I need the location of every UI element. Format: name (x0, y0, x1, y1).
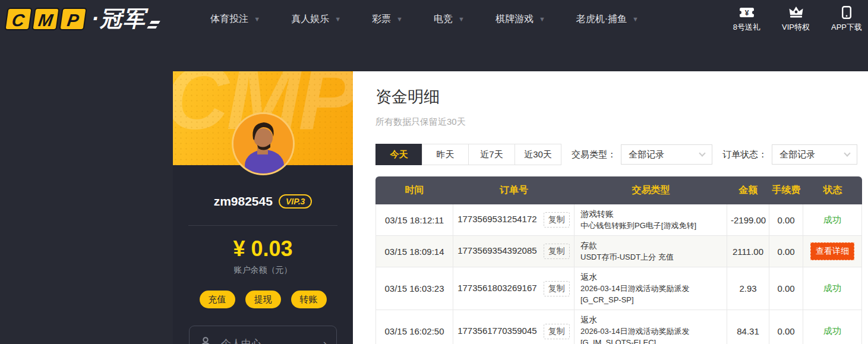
order-number: 1773561770359045 (457, 326, 536, 336)
page: C M P ·冠军 体育投注▼ 真人娱乐▼ 彩票▼ 电竞▼ 棋牌游戏▼ 老虎机·… (0, 0, 868, 344)
type-description: 2026-03-14日游戏活动奖励派发 [G_IM_SLOTS-ELEC] (580, 326, 721, 344)
cell-time: 03/15 16:03:23 (375, 267, 453, 310)
transactions-table-wrap: 时间 订单号 交易类型 金额 手续费 状态 03/15 18:12:11 177… (375, 176, 862, 344)
tab-last-7-days[interactable]: 近7天 (468, 144, 515, 165)
tab-last-30-days[interactable]: 近30天 (515, 144, 561, 165)
cell-type: 返水 2026-03-14日游戏活动奖励派发 [G_IM_SLOTS-ELEC] (575, 310, 727, 344)
main-menu: 体育投注▼ 真人娱乐▼ 彩票▼ 电竞▼ 棋牌游戏▼ 老虎机·捕鱼▼ (210, 13, 639, 26)
quick-links: ¥ 8号送礼 VIP特权 APP下载 (733, 6, 862, 33)
withdraw-button[interactable]: 提现 (245, 291, 281, 308)
wallet-actions: 充值 提现 转账 (173, 291, 353, 308)
order-status-label: 订单状态： (722, 149, 767, 160)
user-row: zm982545 VIP.3 (173, 194, 353, 209)
status-success: 成功 (823, 283, 841, 293)
logo-letter-tile: C (4, 8, 32, 30)
cell-order: 1773569354392085 复制 (453, 236, 575, 267)
menu-item-slots-fishing[interactable]: 老虎机·捕鱼▼ (576, 13, 639, 26)
view-detail-button[interactable]: 查看详细 (810, 242, 854, 260)
order-number: 1773569531254172 (457, 214, 536, 224)
type-description: 2026-03-14日游戏活动奖励派发[G_CR_SP-SP] (580, 283, 721, 305)
page-subtitle: 所有数据只保留近30天 (375, 116, 868, 128)
main-content: 资金明细 所有数据只保留近30天 今天 昨天 近7天 近30天 交易类型： 全部… (353, 71, 868, 344)
col-header-time: 时间 (375, 176, 453, 204)
account-balance: ¥ 0.03 (173, 236, 353, 261)
deposit-button[interactable]: 充值 (200, 291, 235, 308)
chevron-down-icon: ▼ (396, 15, 403, 23)
col-header-status: 状态 (803, 176, 862, 204)
chevron-down-icon: ▼ (539, 15, 545, 23)
selected-value: 全部记录 (779, 149, 815, 160)
chevron-down-icon (844, 150, 850, 156)
transactions-table: 时间 订单号 交易类型 金额 手续费 状态 03/15 18:12:11 177… (375, 176, 862, 344)
top-navigation: C M P ·冠军 体育投注▼ 真人娱乐▼ 彩票▼ 电竞▼ 棋牌游戏▼ 老虎机·… (0, 0, 868, 38)
logo-letter-tile: P (59, 8, 87, 30)
site-logo[interactable]: C M P ·冠军 (6, 4, 158, 34)
col-header-type: 交易类型 (575, 176, 727, 204)
cell-time: 03/15 18:12:11 (375, 204, 453, 236)
cell-fee: 0.00 (769, 267, 803, 310)
logo-wordmark: ·冠军 (91, 4, 146, 34)
copy-button[interactable]: 复制 (544, 212, 570, 228)
menu-item-live-casino[interactable]: 真人娱乐▼ (291, 13, 341, 26)
vip-level-badge: VIP.3 (279, 194, 312, 209)
copy-button[interactable]: 复制 (544, 244, 570, 259)
vip-link[interactable]: VIP特权 (782, 6, 810, 33)
copy-button[interactable]: 复制 (544, 281, 570, 296)
logo-speed-dash-icon (147, 21, 161, 29)
cell-fee: 0.00 (769, 310, 803, 344)
cell-order: 1773569531254172 复制 (453, 204, 575, 236)
table-row: 03/15 18:12:11 1773569531254172 复制 游戏转账 … (375, 204, 862, 236)
col-header-fee: 手续费 (769, 176, 803, 204)
chevron-down-icon: ▼ (254, 15, 260, 23)
sidebar-divider (188, 225, 337, 226)
menu-item-esports[interactable]: 电竞▼ (434, 13, 465, 26)
tab-today[interactable]: 今天 (375, 144, 422, 165)
chevron-down-icon: ▼ (458, 15, 465, 23)
cell-fee: 0.00 (769, 236, 803, 267)
app-download-link[interactable]: APP下载 (831, 6, 862, 33)
status-success: 成功 (823, 214, 841, 225)
transfer-button[interactable]: 转账 (291, 291, 327, 308)
table-row: 03/15 18:09:14 1773569354392085 复制 存款 US… (375, 236, 862, 267)
svg-text:¥: ¥ (745, 8, 749, 17)
cell-status: 成功 (803, 267, 862, 310)
chevron-down-icon: ▼ (632, 15, 639, 23)
cell-amount: 2111.00 (727, 236, 769, 267)
filter-row: 今天 昨天 近7天 近30天 交易类型： 全部记录 订单状态： 全部记录 (375, 144, 868, 165)
table-row: 03/15 16:03:23 1773561803269167 复制 返水 20… (375, 267, 862, 310)
menu-item-lottery[interactable]: 彩票▼ (372, 13, 403, 26)
order-number: 1773569354392085 (457, 245, 536, 255)
cell-time: 03/15 18:09:14 (375, 236, 453, 267)
tab-yesterday[interactable]: 昨天 (422, 144, 469, 165)
cell-time: 03/15 16:02:50 (375, 310, 453, 344)
type-name: 存款 (580, 240, 721, 251)
col-header-order: 订单号 (453, 176, 575, 204)
transaction-type-label: 交易类型： (572, 149, 616, 160)
cell-order: 1773561770359045 复制 (453, 310, 575, 344)
copy-button[interactable]: 复制 (544, 324, 570, 339)
order-status-select[interactable]: 全部记录 (772, 144, 857, 165)
avatar[interactable] (232, 112, 295, 175)
chevron-right-icon: › (323, 337, 327, 344)
cell-amount: -2199.00 (727, 204, 769, 236)
cell-amount: 84.31 (727, 310, 769, 344)
menu-item-sports[interactable]: 体育投注▼ (210, 13, 260, 26)
transaction-type-select[interactable]: 全部记录 (621, 144, 712, 165)
type-name: 游戏转账 (580, 209, 721, 220)
cell-type: 存款 USDT存币-USDT上分 充值 (575, 236, 727, 267)
cell-fee: 0.00 (769, 204, 803, 236)
cell-status: 查看详细 (803, 236, 862, 267)
type-name: 返水 (580, 272, 721, 283)
cell-order: 1773561803269167 复制 (453, 267, 575, 310)
page-title: 资金明细 (375, 86, 868, 108)
table-header-row: 时间 订单号 交易类型 金额 手续费 状态 (375, 176, 862, 204)
crown-icon (788, 6, 804, 19)
sidebar-item-personal-center[interactable]: 个人中心 › (189, 326, 337, 344)
table-row: 03/15 16:02:50 1773561770359045 复制 返水 20… (375, 310, 862, 344)
cell-type: 返水 2026-03-14日游戏活动奖励派发[G_CR_SP-SP] (575, 267, 727, 310)
gift-link[interactable]: ¥ 8号送礼 (733, 6, 760, 33)
account-sidebar: CMP zm982545 VIP.3 ¥ 0.03 账户余额（元） 充值 提现 … (173, 71, 353, 344)
balance-label: 账户余额（元） (173, 265, 353, 276)
col-header-amount: 金额 (727, 176, 769, 204)
menu-item-board-games[interactable]: 棋牌游戏▼ (495, 13, 545, 26)
